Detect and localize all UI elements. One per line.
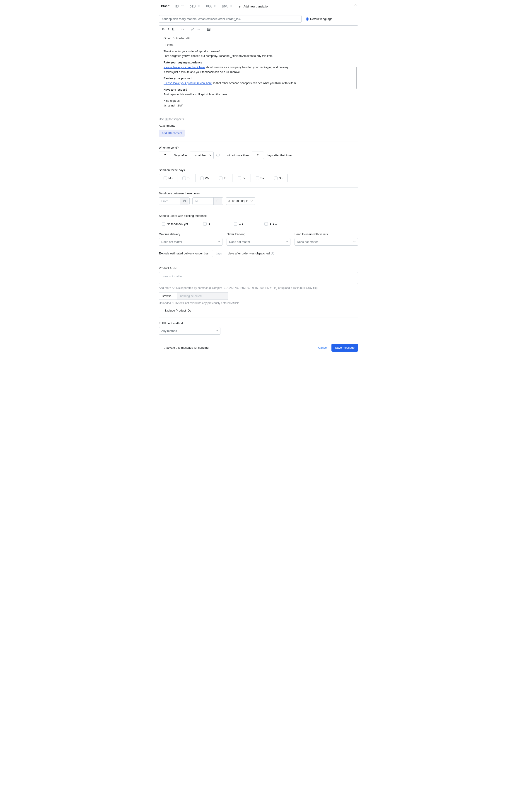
dispatch-event-value: dispatched bbox=[193, 154, 207, 157]
checkbox[interactable] bbox=[200, 176, 204, 180]
tab-ita-label: ITA bbox=[175, 5, 179, 8]
italic-button[interactable]: I bbox=[168, 27, 169, 31]
time-to-field[interactable] bbox=[193, 198, 213, 205]
tab-fra-label: FRA bbox=[206, 5, 212, 8]
feedback-2star[interactable]: ★★ bbox=[223, 220, 255, 228]
body-rate-heading: Rate your buying experience bbox=[164, 61, 202, 64]
tab-fra[interactable]: FRA bbox=[204, 2, 219, 11]
plus-icon: ＋ bbox=[238, 5, 241, 8]
tickets-select[interactable]: Does not matter bbox=[294, 238, 358, 245]
max-days-input[interactable] bbox=[252, 151, 264, 159]
body-order-id: Order ID: #order_id# bbox=[164, 36, 353, 40]
subject-input[interactable] bbox=[159, 15, 301, 23]
feedback-3star[interactable]: ★★★ bbox=[255, 220, 287, 228]
day-su[interactable]: Su bbox=[269, 174, 287, 182]
info-icon[interactable]: i bbox=[217, 154, 220, 157]
timezone-select[interactable]: (UTC+00:00) D… bbox=[226, 197, 255, 205]
trash-icon[interactable] bbox=[181, 4, 184, 8]
trash-icon[interactable] bbox=[213, 4, 217, 8]
add-translation-button[interactable]: ＋Add new translation bbox=[236, 2, 271, 11]
time-to-input[interactable] bbox=[192, 197, 223, 205]
body-review-link[interactable]: Please leave your product review here bbox=[164, 82, 212, 85]
star-icon: ★ bbox=[208, 222, 211, 226]
checkbox[interactable] bbox=[182, 176, 186, 180]
checkbox[interactable] bbox=[274, 176, 278, 180]
activate-checkbox-row[interactable]: Activate this message for sending bbox=[159, 346, 208, 349]
checkbox[interactable] bbox=[264, 222, 268, 226]
ontime-delivery-select[interactable]: Does not matter bbox=[159, 238, 223, 245]
star-icon: ★★★ bbox=[269, 222, 277, 226]
fulfillment-select[interactable]: Any method bbox=[159, 327, 221, 335]
day-sa[interactable]: Sa bbox=[251, 174, 269, 182]
save-button[interactable]: Save message bbox=[332, 344, 358, 352]
toolbar-separator bbox=[204, 27, 204, 31]
tab-spa[interactable]: SPA bbox=[220, 2, 235, 11]
checkbox[interactable] bbox=[164, 176, 167, 180]
trash-icon[interactable] bbox=[230, 4, 232, 8]
browse-button[interactable]: Browse… bbox=[159, 292, 177, 300]
checkbox[interactable] bbox=[238, 176, 241, 180]
dispatch-event-select[interactable]: dispatched bbox=[190, 151, 213, 159]
image-button[interactable] bbox=[207, 28, 210, 31]
checkbox[interactable] bbox=[219, 176, 223, 180]
add-attachment-button[interactable]: Add attachment bbox=[159, 129, 185, 137]
default-language-radio-input[interactable] bbox=[306, 18, 309, 21]
underline-button[interactable]: U bbox=[172, 27, 174, 31]
day-selector: Mo Tu We Th Fr Sa Su bbox=[159, 174, 288, 182]
time-from-input[interactable] bbox=[159, 197, 190, 205]
fulfillment-label: Fulfillment method bbox=[159, 321, 358, 325]
scrollbar-thumb[interactable] bbox=[356, 67, 357, 89]
exclude-delivery-post: days after order was dispatched bbox=[228, 252, 269, 255]
day-tu[interactable]: Tu bbox=[177, 174, 196, 182]
checkbox[interactable] bbox=[256, 176, 259, 180]
day-we[interactable]: We bbox=[196, 174, 214, 182]
day-th[interactable]: Th bbox=[214, 174, 232, 182]
timezone-value: (UTC+00:00) D… bbox=[228, 199, 248, 203]
unlink-button[interactable] bbox=[197, 28, 201, 31]
clock-icon[interactable] bbox=[213, 198, 222, 205]
default-language-label: Default language bbox=[310, 17, 333, 21]
feedback-none[interactable]: No feedback yet bbox=[159, 220, 191, 228]
bold-button[interactable]: B bbox=[162, 27, 165, 31]
product-asin-label: Product ASIN bbox=[159, 266, 358, 270]
product-asin-input[interactable] bbox=[159, 272, 358, 284]
body-rate-tail: about how we as a company handled your p… bbox=[205, 66, 289, 69]
tab-deu[interactable]: DEU bbox=[187, 2, 203, 11]
close-icon[interactable]: × bbox=[354, 2, 357, 7]
checkbox[interactable] bbox=[203, 222, 207, 226]
day-fr[interactable]: Fr bbox=[232, 174, 251, 182]
tab-ita[interactable]: ITA bbox=[173, 2, 186, 11]
trash-icon[interactable] bbox=[198, 4, 201, 8]
asin-note: Uploaded ASINs will not overwrite any pr… bbox=[159, 301, 358, 305]
default-language-radio[interactable]: Default language bbox=[306, 17, 333, 21]
feedback-1star[interactable]: ★ bbox=[191, 220, 223, 228]
clear-format-button[interactable]: T× bbox=[181, 27, 184, 31]
activate-checkbox[interactable] bbox=[159, 346, 162, 349]
checkbox[interactable] bbox=[234, 222, 237, 226]
tab-eng[interactable]: ENG * bbox=[159, 2, 172, 11]
days-after-input[interactable] bbox=[159, 151, 171, 159]
days-after-label: Days after bbox=[174, 154, 187, 157]
chevron-down-icon bbox=[218, 240, 220, 243]
info-icon[interactable]: i bbox=[271, 252, 274, 255]
asin-help-text: Add more ASINs separated by commas (Exam… bbox=[159, 286, 358, 290]
clock-icon[interactable] bbox=[180, 198, 189, 205]
day-mo[interactable]: Mo bbox=[159, 174, 177, 182]
checkbox[interactable] bbox=[162, 222, 165, 226]
tab-eng-label: ENG * bbox=[161, 4, 169, 8]
body-rate-l2: It takes just a minute and your feedback… bbox=[164, 70, 353, 74]
exclude-product-ids-checkbox[interactable] bbox=[159, 309, 162, 312]
body-feedback-link[interactable]: Please leave your feedback here bbox=[164, 66, 205, 69]
editor-toolbar: B I U T× bbox=[159, 26, 358, 33]
body-issues-l1: Just reply to this email and I'll get ri… bbox=[164, 92, 353, 97]
time-from-field[interactable] bbox=[159, 198, 180, 205]
editor-body[interactable]: Order ID: #order_id# Hi there, Thank you… bbox=[159, 33, 358, 115]
order-tracking-select[interactable]: Does not matter bbox=[227, 238, 290, 245]
cancel-button[interactable]: Cancel bbox=[318, 346, 327, 349]
send-times-label: Send only between these times bbox=[159, 192, 358, 195]
exclude-delivery-days-input[interactable] bbox=[212, 250, 225, 257]
exclude-product-ids-label: Exclude Product IDs bbox=[165, 309, 191, 312]
not-more-than-label: ... but not more than bbox=[223, 154, 249, 157]
link-button[interactable] bbox=[191, 28, 194, 31]
snippets-hint: Use # for snippets bbox=[159, 118, 358, 121]
